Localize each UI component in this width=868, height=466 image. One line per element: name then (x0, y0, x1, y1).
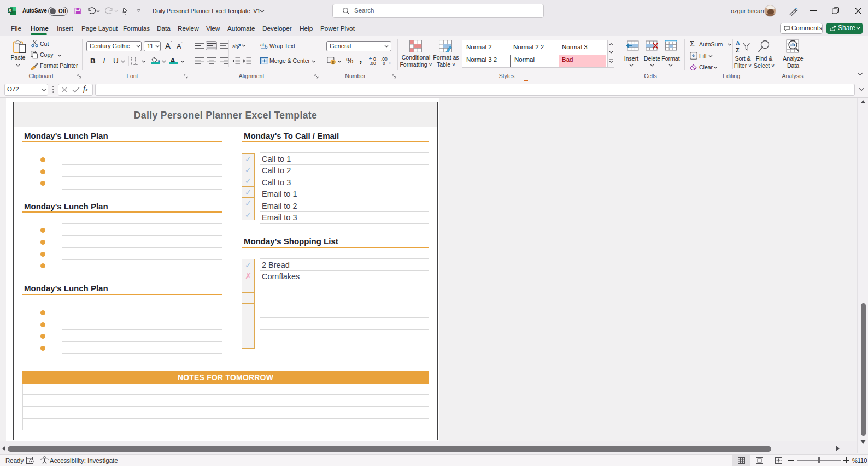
svg-text:A: A (736, 40, 740, 46)
svg-text:X: X (9, 8, 12, 13)
svg-text:0: 0 (383, 61, 385, 66)
svg-text:0: 0 (373, 57, 376, 62)
svg-text:Z: Z (736, 47, 740, 54)
svg-text:$: $ (332, 60, 335, 65)
